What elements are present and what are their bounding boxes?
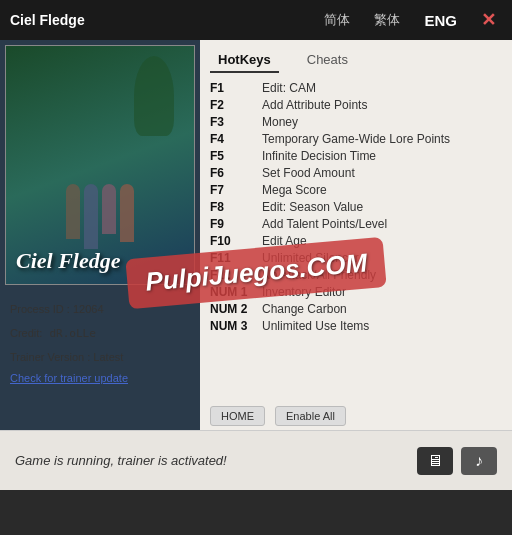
hotkeys-list: F1 Edit: CAM F2 Add Attribute Points F3 …	[200, 73, 512, 402]
hotkey-desc: Temporary Game-Wide Lore Points	[262, 132, 450, 146]
music-icon: ♪	[475, 452, 483, 470]
hotkey-key: F10	[210, 234, 262, 248]
app-title: Ciel Fledge	[10, 12, 318, 28]
hotkey-key: F2	[210, 98, 262, 112]
hotkey-desc: Mega Score	[262, 183, 327, 197]
hotkey-desc: Edit Age	[262, 234, 307, 248]
hotkey-row: F9 Add Talent Points/Level	[210, 215, 502, 232]
title-bar-controls: 简体 繁体 ENG ✕	[318, 7, 502, 33]
hotkey-key: F7	[210, 183, 262, 197]
hotkey-key: F1	[210, 81, 262, 95]
hotkey-desc: Add Talent Points/Level	[262, 217, 387, 231]
hotkey-row: F7 Mega Score	[210, 181, 502, 198]
tab-cheats[interactable]: Cheats	[299, 48, 356, 73]
hotkey-desc: Money	[262, 115, 298, 129]
monitor-icon: 🖥	[427, 452, 443, 470]
process-info: Process ID : 12064 Credit: dR.oLLe Train…	[0, 290, 200, 399]
update-link-row[interactable]: Check for trainer update	[10, 369, 190, 389]
hotkey-desc: Infinite Decision Time	[262, 149, 376, 163]
home-button[interactable]: HOME	[210, 406, 265, 426]
right-panel: HotKeys Cheats F1 Edit: CAM F2 Add Attri…	[200, 40, 512, 430]
music-button[interactable]: ♪	[461, 447, 497, 475]
hotkey-desc: Unlimited Silencer	[262, 251, 359, 265]
hotkey-key: F4	[210, 132, 262, 146]
update-link[interactable]: Check for trainer update	[10, 372, 128, 384]
hotkey-key: F3	[210, 115, 262, 129]
hotkey-key: NUM 2	[210, 302, 262, 316]
hotkey-row: F1 Edit: CAM	[210, 79, 502, 96]
hotkey-desc: Set Food Amount	[262, 166, 355, 180]
hotkey-desc: Inventory Editor	[262, 285, 346, 299]
enable-all-button[interactable]: Enable All	[275, 406, 346, 426]
lang-english[interactable]: ENG	[418, 10, 463, 31]
game-cover-image: Ciel Fledge	[5, 45, 195, 285]
hotkey-desc: Change Carbon	[262, 302, 347, 316]
hotkey-desc: Edit: Season Value	[262, 200, 363, 214]
process-id-text: Process ID : 12064	[10, 303, 104, 315]
hotkey-key: NUM 1	[210, 285, 262, 299]
left-panel: Ciel Fledge Process ID : 12064 Credit: d…	[0, 40, 200, 430]
credit-value: dR.oLLe	[49, 327, 95, 340]
bottom-bar: Game is running, trainer is activated! 🖥…	[0, 430, 512, 490]
hotkey-row: F11 Unlimited Silencer	[210, 249, 502, 266]
tab-bar: HotKeys Cheats	[200, 40, 512, 73]
hotkey-key: F6	[210, 166, 262, 180]
hotkey-desc: Edit: CAM	[262, 81, 316, 95]
version-row: Trainer Version : Latest	[10, 348, 190, 368]
hotkey-key: F12	[210, 268, 262, 282]
hotkey-desc: No Attack/All Friendly	[262, 268, 376, 282]
title-bar: Ciel Fledge 简体 繁体 ENG ✕	[0, 0, 512, 40]
hotkey-row: NUM 1 Inventory Editor	[210, 283, 502, 300]
bottom-icons: 🖥 ♪	[417, 447, 497, 475]
hotkey-row: F10 Edit Age	[210, 232, 502, 249]
hotkey-row: F6 Set Food Amount	[210, 164, 502, 181]
hotkey-key: F5	[210, 149, 262, 163]
hotkey-row: F12 No Attack/All Friendly	[210, 266, 502, 283]
status-message: Game is running, trainer is activated!	[15, 453, 417, 468]
credit-row: Credit: dR.oLLe	[10, 324, 190, 344]
action-buttons: HOME Enable All	[200, 402, 512, 430]
hotkey-key: F8	[210, 200, 262, 214]
hotkey-key: F11	[210, 251, 262, 265]
hotkey-row: F3 Money	[210, 113, 502, 130]
monitor-button[interactable]: 🖥	[417, 447, 453, 475]
hotkey-row: F2 Add Attribute Points	[210, 96, 502, 113]
game-title-overlay: Ciel Fledge	[16, 248, 120, 274]
hotkey-row: F8 Edit: Season Value	[210, 198, 502, 215]
hotkey-row: F4 Temporary Game-Wide Lore Points	[210, 130, 502, 147]
hotkey-key: F9	[210, 217, 262, 231]
hotkey-row: NUM 3 Unlimited Use Items	[210, 317, 502, 334]
process-id: Process ID : 12064	[10, 300, 190, 320]
lang-simplified[interactable]: 简体	[318, 9, 356, 31]
hotkey-key: NUM 3	[210, 319, 262, 333]
tab-hotkeys[interactable]: HotKeys	[210, 48, 279, 73]
hotkey-row: F5 Infinite Decision Time	[210, 147, 502, 164]
lang-traditional[interactable]: 繁体	[368, 9, 406, 31]
close-button[interactable]: ✕	[475, 7, 502, 33]
hotkey-row: NUM 2 Change Carbon	[210, 300, 502, 317]
main-area: Ciel Fledge Process ID : 12064 Credit: d…	[0, 40, 512, 430]
hotkey-desc: Add Attribute Points	[262, 98, 367, 112]
version-label: Trainer Version : Latest	[10, 351, 123, 363]
hotkey-desc: Unlimited Use Items	[262, 319, 369, 333]
credit-label: Credit:	[10, 327, 42, 339]
